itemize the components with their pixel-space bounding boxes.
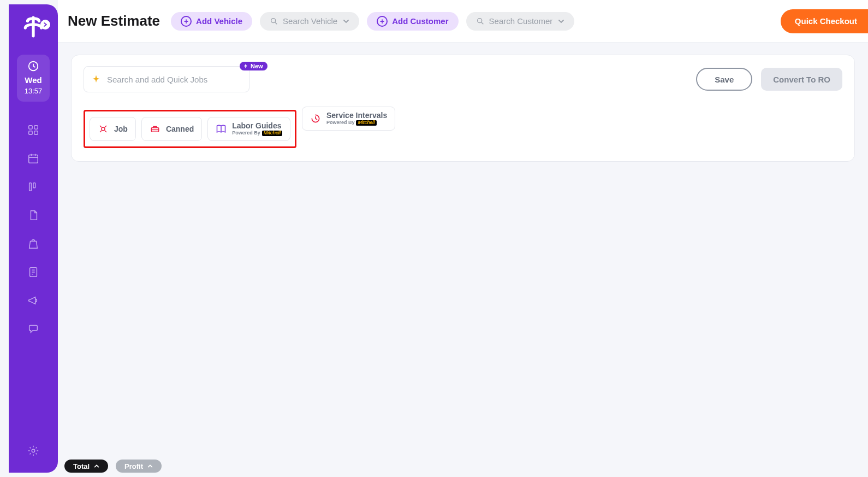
nav-document[interactable] [27, 209, 40, 222]
svg-point-12 [102, 127, 105, 131]
search-customer-dropdown[interactable]: Search Customer [466, 12, 575, 31]
plus-icon: + [377, 16, 388, 27]
chip-labor-guides-text: Labor Guides Powered By Mitchell [232, 122, 282, 136]
app-root: Wed 13:57 New Estimate + Add Vehicle [0, 0, 868, 477]
nav-chat[interactable] [27, 322, 40, 335]
sparkle-icon [91, 74, 101, 84]
interval-icon [310, 113, 321, 124]
toolbox-icon [150, 123, 160, 134]
search-icon [476, 17, 485, 26]
nav-board[interactable] [27, 180, 40, 193]
book-icon [216, 123, 227, 134]
svg-rect-2 [34, 126, 38, 129]
sidebar-nav [27, 123, 40, 444]
nav-settings[interactable] [27, 444, 40, 457]
tab-total[interactable]: Total [64, 460, 108, 473]
tab-profit-label: Profit [124, 462, 143, 470]
nav-marketing[interactable] [27, 294, 40, 307]
chip-job-label: Job [114, 125, 128, 133]
service-intervals-sub: Powered By Mitchell [326, 120, 377, 126]
svg-rect-3 [29, 131, 32, 134]
lightning-icon [243, 63, 248, 69]
svg-rect-4 [34, 131, 38, 134]
sidebar-collapse-toggle[interactable] [40, 20, 50, 30]
bottom-track [58, 470, 868, 477]
main-area: New Estimate + Add Vehicle Search Vehicl… [58, 0, 868, 477]
card-top-row: New Save Convert To RO [84, 66, 842, 92]
clock-widget[interactable]: Wed 13:57 [17, 55, 50, 102]
tab-total-label: Total [73, 462, 90, 470]
nav-dashboard[interactable] [27, 123, 40, 137]
nav-calendar[interactable] [27, 152, 40, 165]
topbar: New Estimate + Add Vehicle Search Vehicl… [58, 0, 868, 43]
chevron-up-icon [147, 463, 153, 469]
bottom-bar: Total Profit [58, 458, 868, 477]
card-actions: Save Convert To RO [696, 68, 842, 91]
chevron-down-icon [558, 18, 564, 25]
chip-service-intervals[interactable]: Service Intervals Powered By Mitchell [302, 107, 395, 131]
clock-time: 13:57 [25, 87, 43, 95]
logo-wrap [22, 15, 45, 38]
search-customer-label: Search Customer [489, 16, 553, 26]
quick-jobs-input[interactable] [84, 66, 249, 92]
svg-point-9 [32, 449, 35, 452]
quick-jobs-wrap [84, 66, 249, 92]
sidebar: Wed 13:57 [9, 4, 58, 473]
content: New Save Convert To RO Job [58, 43, 868, 477]
chip-canned-label: Canned [166, 125, 194, 133]
nav-inventory[interactable] [27, 237, 40, 250]
clock-icon [27, 60, 39, 72]
search-icon [270, 17, 278, 26]
labor-guides-title: Labor Guides [232, 122, 281, 130]
add-customer-button[interactable]: + Add Customer [367, 12, 458, 31]
job-icon [98, 123, 109, 134]
chip-labor-guides[interactable]: Labor Guides Powered By Mitchell [207, 117, 290, 141]
search-vehicle-dropdown[interactable]: Search Vehicle [260, 12, 359, 31]
clock-day: Wed [25, 75, 41, 85]
plus-icon: + [181, 16, 192, 27]
svg-point-10 [271, 18, 276, 22]
page-title: New Estimate [68, 13, 160, 30]
chip-canned[interactable]: Canned [141, 117, 202, 141]
quick-checkout-button[interactable]: Quick Checkout [781, 9, 868, 33]
svg-point-11 [477, 18, 481, 22]
svg-rect-6 [29, 183, 32, 191]
search-vehicle-label: Search Vehicle [283, 16, 337, 26]
mitchell-brand: Mitchell [356, 120, 376, 126]
chip-job[interactable]: Job [90, 117, 136, 141]
tab-profit[interactable]: Profit [116, 460, 162, 473]
convert-to-ro-button[interactable]: Convert To RO [761, 68, 842, 91]
save-button[interactable]: Save [696, 68, 752, 91]
new-badge-label: New [251, 63, 263, 69]
new-badge: New [240, 62, 267, 70]
quick-checkout-label: Quick Checkout [795, 16, 857, 26]
bottom-tabs: Total Profit [64, 460, 162, 473]
chip-row: Job Canned Labor Guides Powered By [84, 101, 842, 148]
mitchell-brand: Mitchell [262, 131, 282, 136]
add-vehicle-label: Add Vehicle [196, 16, 242, 26]
service-intervals-title: Service Intervals [326, 111, 387, 120]
svg-rect-7 [33, 183, 35, 188]
chevron-down-icon [343, 18, 349, 25]
add-customer-label: Add Customer [392, 16, 448, 26]
add-vehicle-button[interactable]: + Add Vehicle [171, 12, 252, 31]
labor-guides-sub: Powered By Mitchell [232, 131, 282, 136]
nav-reports[interactable] [27, 266, 40, 279]
chevron-up-icon [94, 463, 99, 469]
highlight-annotation: Job Canned Labor Guides Powered By [84, 110, 296, 148]
svg-rect-1 [29, 126, 32, 129]
svg-rect-5 [29, 155, 38, 163]
chip-service-intervals-text: Service Intervals Powered By Mitchell [326, 111, 387, 125]
estimate-card: New Save Convert To RO Job [71, 55, 855, 162]
